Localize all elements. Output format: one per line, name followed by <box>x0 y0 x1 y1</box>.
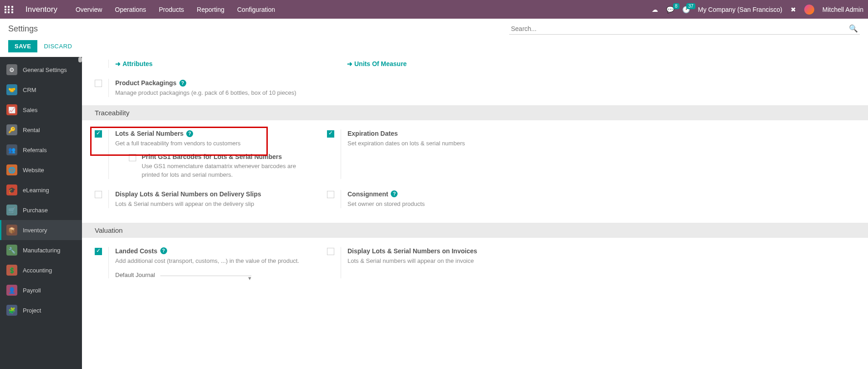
sidebar-item-label: Sales <box>23 107 38 113</box>
company-switcher[interactable]: My Company (San Francisco) <box>698 6 782 13</box>
consignment-label: Consignment <box>347 190 388 198</box>
activities-badge: 37 <box>686 3 695 9</box>
invoices-desc: Lots & Serial numbers will appear on the… <box>347 257 541 265</box>
sidebar-item-label: Manufacturing <box>23 247 60 254</box>
landed-checkbox[interactable] <box>95 248 102 255</box>
section-valuation: Valuation <box>82 223 868 238</box>
default-journal-select[interactable] <box>160 274 251 276</box>
consignment-checkbox[interactable] <box>327 191 334 198</box>
messages-icon[interactable]: 💬8 <box>666 6 674 13</box>
uom-link[interactable]: ➜ Units Of Measure <box>347 60 407 67</box>
sidebar-item-project[interactable]: 🧩Project <box>0 300 82 320</box>
messages-badge: 8 <box>673 3 679 9</box>
menu-products[interactable]: Products <box>159 6 184 13</box>
invoices-label: Display Lots & Serial Numbers on Invoice… <box>347 247 477 255</box>
sidebar-item-sales[interactable]: 📈Sales <box>0 100 82 120</box>
lots-label: Lots & Serial Numbers <box>115 130 184 137</box>
user-name[interactable]: Mitchell Admin <box>822 6 863 13</box>
sidebar-item-crm[interactable]: 🤝CRM <box>0 80 82 100</box>
help-icon[interactable]: ? <box>186 130 193 137</box>
save-button[interactable]: SAVE <box>8 40 37 52</box>
menu-reporting[interactable]: Reporting <box>197 6 225 13</box>
graduation-icon: 🎓 <box>6 184 17 195</box>
tools-icon[interactable]: ✖ <box>791 6 796 13</box>
lots-checkbox[interactable] <box>95 130 102 138</box>
discard-button[interactable]: DISCARD <box>44 43 72 50</box>
topnav: Inventory Overview Operations Products R… <box>0 0 868 19</box>
sidebar-scrollbar[interactable] <box>78 57 82 62</box>
landed-desc: Add additional cost (transport, customs,… <box>115 257 309 265</box>
invoices-checkbox[interactable] <box>327 248 334 255</box>
expiration-label: Expiration Dates <box>347 130 398 137</box>
sidebar-item-payroll[interactable]: 👤Payroll <box>0 280 82 300</box>
gear-icon: ⚙ <box>6 64 17 75</box>
search-input[interactable] <box>509 23 860 35</box>
app-title[interactable]: Inventory <box>26 5 57 14</box>
sidebar-item-label: General Settings <box>23 67 67 73</box>
menu-overview[interactable]: Overview <box>76 6 102 13</box>
wrench-icon: 🔧 <box>6 245 17 256</box>
sidebar-item-referrals[interactable]: 👥Referrals <box>0 140 82 160</box>
packagings-label: Product Packagings <box>115 79 177 87</box>
sidebar-item-purchase[interactable]: 🛒Purchase <box>0 200 82 220</box>
sidebar-item-elearning[interactable]: 🎓eLearning <box>0 180 82 200</box>
cart-icon: 🛒 <box>6 205 17 215</box>
globe-icon: 🌐 <box>6 164 17 175</box>
search-icon[interactable]: 🔍 <box>849 24 858 33</box>
delivery-slips-label: Display Lots & Serial Numbers on Deliver… <box>115 190 261 198</box>
delivery-slips-desc: Lots & Serial numbers will appear on the… <box>115 200 309 208</box>
expiration-desc: Set expiration dates on lots & serial nu… <box>347 139 541 148</box>
consignment-desc: Set owner on stored products <box>347 200 541 208</box>
attributes-link[interactable]: ➜ Attributes <box>115 60 153 67</box>
chart-icon: 📈 <box>6 104 17 115</box>
sidebar-item-inventory[interactable]: 📦Inventory <box>0 220 82 240</box>
sidebar-item-rental[interactable]: 🔑Rental <box>0 120 82 140</box>
landed-label: Landed Costs <box>115 247 158 255</box>
puzzle-icon: 🧩 <box>6 305 17 316</box>
sidebar-item-label: Project <box>23 307 41 314</box>
apps-icon[interactable] <box>5 6 14 13</box>
packagings-checkbox[interactable] <box>95 80 102 87</box>
box-icon: 📦 <box>6 225 17 236</box>
sidebar-item-label: eLearning <box>23 187 49 194</box>
default-journal-label: Default Journal <box>115 272 155 278</box>
sidebar-item-general[interactable]: ⚙General Settings <box>0 60 82 80</box>
menu-operations[interactable]: Operations <box>115 6 146 13</box>
user-icon: 👤 <box>6 285 17 296</box>
sidebar-item-label: Accounting <box>23 267 52 274</box>
sidebar-item-label: Website <box>23 167 44 174</box>
gs1-label: Print GS1 Barcodes for Lots & Serial Num… <box>142 153 309 160</box>
content-pane: ➜ Attributes ➜ Units Of Measure Product … <box>82 57 868 369</box>
help-icon[interactable]: ? <box>391 190 398 197</box>
sidebar-item-accounting[interactable]: 💲Accounting <box>0 260 82 280</box>
lots-desc: Get a full traceability from vendors to … <box>115 139 309 148</box>
handshake-icon: 🤝 <box>6 84 17 95</box>
section-traceability: Traceability <box>82 105 868 120</box>
people-icon: 👥 <box>6 144 17 155</box>
gs1-desc: Use GS1 nomenclature datamatrix whenever… <box>142 162 309 179</box>
gs1-checkbox[interactable] <box>129 154 136 161</box>
sidebar-item-label: Payroll <box>23 287 41 294</box>
key-icon: 🔑 <box>6 124 17 135</box>
packagings-desc: Manage product packagings (e.g. pack of … <box>115 89 309 97</box>
support-icon[interactable]: ☁ <box>652 6 658 13</box>
page-title: Settings <box>8 24 38 34</box>
sidebar-item-label: Rental <box>23 127 40 133</box>
avatar[interactable] <box>804 5 814 15</box>
sidebar-item-manufacturing[interactable]: 🔧Manufacturing <box>0 240 82 260</box>
help-icon[interactable]: ? <box>179 80 186 87</box>
activities-icon[interactable]: 🕐37 <box>682 6 690 13</box>
delivery-slips-checkbox[interactable] <box>95 191 102 198</box>
help-icon[interactable]: ? <box>160 247 167 254</box>
sidebar-item-label: Purchase <box>23 207 48 214</box>
menu-configuration[interactable]: Configuration <box>237 6 275 13</box>
money-icon: 💲 <box>6 265 17 276</box>
sidebar-item-label: Inventory <box>23 227 47 234</box>
sidebar-item-label: CRM <box>23 87 36 93</box>
sidebar-item-label: Referrals <box>23 147 47 154</box>
sidebar-item-website[interactable]: 🌐Website <box>0 160 82 180</box>
expiration-checkbox[interactable] <box>327 130 334 138</box>
sidebar: ⚙General Settings 🤝CRM 📈Sales 🔑Rental 👥R… <box>0 57 82 369</box>
